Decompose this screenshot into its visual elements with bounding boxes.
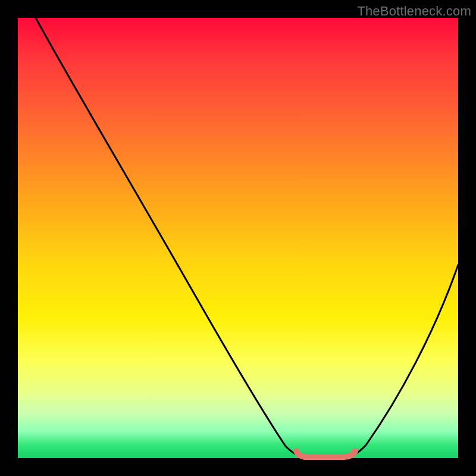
plot-area [18, 18, 458, 458]
watermark-text: TheBottleneck.com [357, 4, 471, 19]
trough-marker [296, 451, 355, 457]
chart-frame: TheBottleneck.com [0, 0, 476, 476]
bottleneck-curve [18, 18, 458, 458]
curve-path [36, 18, 458, 457]
